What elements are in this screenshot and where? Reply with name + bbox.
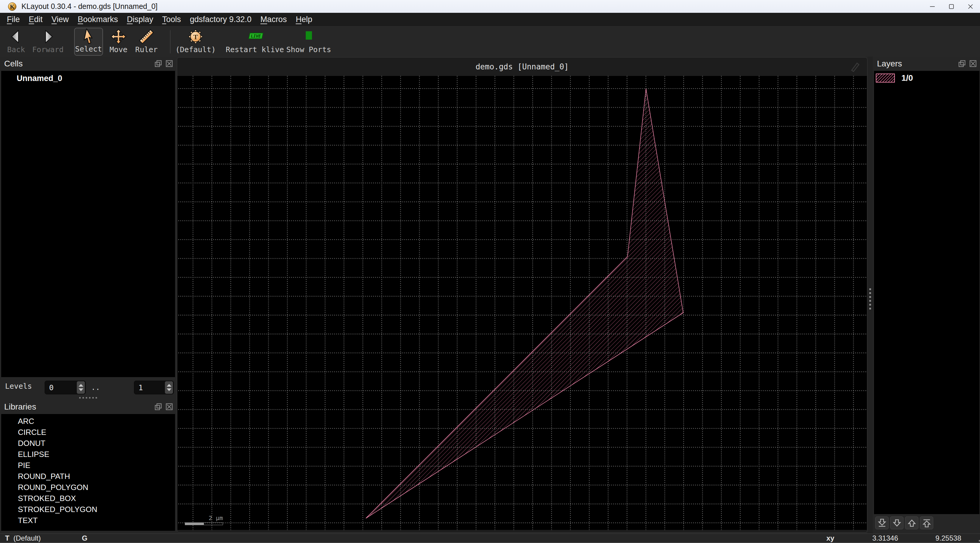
live-badge-icon: LIVE xyxy=(244,28,265,45)
back-button[interactable]: Back xyxy=(3,28,29,56)
arrow-up-icon xyxy=(907,518,917,529)
svg-text:K: K xyxy=(10,3,14,10)
menu-item-file[interactable]: File xyxy=(2,13,24,26)
layer-move-down-button[interactable] xyxy=(890,516,904,529)
ruler-icon xyxy=(138,28,155,45)
levels-range-separator: .. xyxy=(91,383,100,392)
minimize-icon xyxy=(929,3,935,10)
select-tool-button[interactable]: Select xyxy=(74,28,103,56)
libraries-panel-header: Libraries xyxy=(0,400,176,414)
horizontal-splitter-handle[interactable] xyxy=(0,396,176,400)
levels-to-spinbox[interactable]: 1 xyxy=(134,381,174,394)
arrow-to-bottom-icon xyxy=(877,518,888,529)
layers-panel-title: Layers xyxy=(877,59,902,68)
cells-panel-title: Cells xyxy=(4,59,22,68)
float-panel-icon[interactable] xyxy=(154,403,162,411)
layer-name: 1/0 xyxy=(901,73,913,83)
close-icon xyxy=(967,3,974,10)
move-tool-button[interactable]: Move xyxy=(105,28,132,56)
menu-bar: FileEditViewBookmarksDisplayToolsgdsfact… xyxy=(0,13,980,26)
maximize-icon xyxy=(948,3,955,10)
status-grid-label: G xyxy=(82,534,88,543)
library-item[interactable]: STROKED_BOX xyxy=(1,493,175,504)
menu-item-tools[interactable]: Tools xyxy=(158,13,185,26)
close-button[interactable] xyxy=(961,0,980,13)
menu-item-display[interactable]: Display xyxy=(123,13,158,26)
menu-item-bookmarks[interactable]: Bookmarks xyxy=(73,13,123,26)
title-bar: K KLayout 0.30.4 - demo.gds [Unnamed_0] xyxy=(0,0,980,13)
levels-to-stepper[interactable] xyxy=(165,381,173,394)
library-item[interactable]: CIRCLE xyxy=(1,427,175,438)
library-item[interactable]: ARC xyxy=(1,416,175,427)
layer-move-to-bottom-button[interactable] xyxy=(875,516,889,529)
layer-move-up-button[interactable] xyxy=(905,516,918,529)
close-panel-icon[interactable] xyxy=(165,60,173,68)
klayout-logo-icon: K xyxy=(8,2,17,11)
default-mode-button[interactable]: T (Default) xyxy=(178,28,213,56)
layers-panel: Layers 1/0 xyxy=(873,57,980,533)
select-cursor-icon xyxy=(80,27,97,45)
restart-klive-button[interactable]: LIVE Restart klive xyxy=(226,28,284,56)
levels-to-value: 1 xyxy=(134,383,165,392)
status-transaction-label: T xyxy=(5,534,10,543)
menu-item-view[interactable]: View xyxy=(47,13,73,26)
vertical-splitter-handle[interactable] xyxy=(869,288,871,309)
window-controls xyxy=(923,0,980,13)
left-panel: Cells Unnamed_0 Levels 0 .. 1 Libraries … xyxy=(0,57,176,533)
spin-up-icon xyxy=(79,384,83,387)
cell-item[interactable]: Unnamed_0 xyxy=(1,71,175,83)
live-badge-text: LIVE xyxy=(250,33,261,38)
scale-bar xyxy=(185,522,223,525)
layout-tab-title[interactable]: demo.gds [Unnamed_0] xyxy=(476,62,569,71)
layout-canvas[interactable]: 2 µm xyxy=(177,76,867,530)
layer-row[interactable]: 1/0 xyxy=(874,73,979,83)
gear-icon: T xyxy=(187,28,204,45)
close-panel-icon[interactable] xyxy=(969,60,977,68)
menu-item-edit[interactable]: Edit xyxy=(24,13,47,26)
levels-from-value: 0 xyxy=(45,383,77,392)
spin-up-icon xyxy=(167,384,172,387)
arrow-to-top-icon xyxy=(921,518,932,529)
levels-from-spinbox[interactable]: 0 xyxy=(45,381,86,394)
library-item[interactable]: TEXT xyxy=(1,515,175,526)
menu-item-help[interactable]: Help xyxy=(291,13,317,26)
menu-item-gdsfactory[interactable]: gdsfactory 9.32.0 xyxy=(185,13,256,26)
layers-list: 1/0 xyxy=(874,71,979,514)
edit-pencil-icon[interactable] xyxy=(849,61,861,72)
minimize-button[interactable] xyxy=(923,0,942,13)
layer-swatch-icon[interactable] xyxy=(876,73,895,83)
float-panel-icon[interactable] xyxy=(154,60,162,68)
layer-move-to-top-button[interactable] xyxy=(920,516,933,529)
float-panel-icon[interactable] xyxy=(958,60,966,68)
levels-from-stepper[interactable] xyxy=(77,381,85,394)
forward-button[interactable]: Forward xyxy=(32,28,64,56)
maximize-button[interactable] xyxy=(942,0,961,13)
cells-panel-header: Cells xyxy=(0,57,176,71)
toolbar: Back Forward Select Move xyxy=(0,26,980,57)
library-item[interactable]: DONUT xyxy=(1,438,175,449)
close-panel-icon[interactable] xyxy=(165,403,173,411)
library-item[interactable]: PIE xyxy=(1,460,175,471)
show-ports-button[interactable]: Show Ports xyxy=(286,28,331,56)
status-coord-y: 9.25538 xyxy=(931,534,961,543)
ruler-tool-button[interactable]: Ruler xyxy=(133,28,160,56)
library-item[interactable]: ROUND_POLYGON xyxy=(1,482,175,493)
toolbar-separator xyxy=(170,30,170,53)
layout-polygon[interactable] xyxy=(366,89,683,518)
status-coord-label: xy xyxy=(826,534,834,543)
move-cross-icon xyxy=(110,28,127,45)
scale-bar-label: 2 µm xyxy=(185,514,223,522)
library-item[interactable]: ROUND_PATH xyxy=(1,471,175,482)
library-item[interactable]: ELLIPSE xyxy=(1,449,175,460)
window-title: KLayout 0.30.4 - demo.gds [Unnamed_0] xyxy=(21,2,158,11)
vertical-splitter[interactable] xyxy=(867,57,873,533)
cells-tree: Unnamed_0 xyxy=(1,71,175,377)
layers-buttons xyxy=(873,514,980,533)
spin-down-icon xyxy=(79,389,83,391)
library-item[interactable]: STROKED_POLYGON xyxy=(1,504,175,515)
back-icon xyxy=(8,28,24,45)
forward-icon xyxy=(40,28,56,45)
menu-item-macros[interactable]: Macros xyxy=(256,13,291,26)
status-transaction-value: (Default) xyxy=(13,534,41,543)
libraries-panel-title: Libraries xyxy=(4,402,36,412)
